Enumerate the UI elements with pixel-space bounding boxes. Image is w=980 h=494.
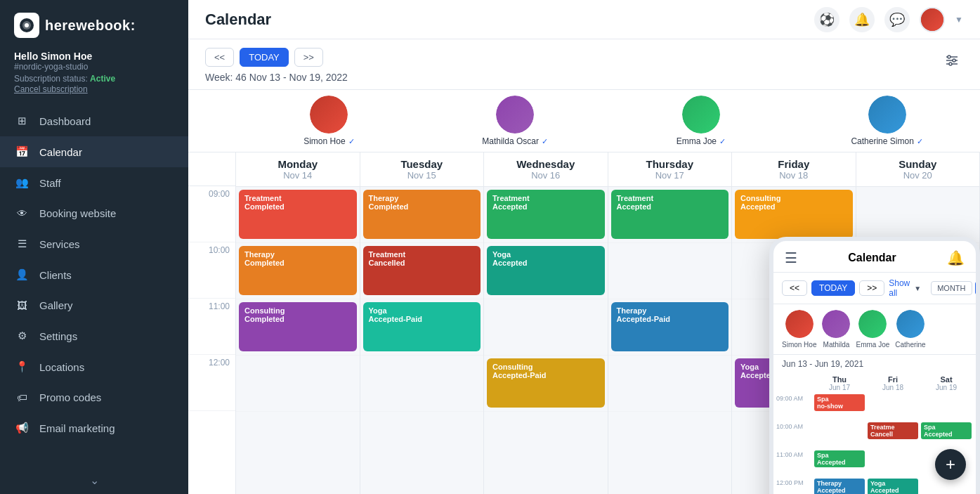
today-btn[interactable]: TODAY <box>240 48 289 67</box>
mob-week-btn[interactable]: WEEK <box>975 281 980 295</box>
mob-staff-name-emma: Emma Joe <box>856 341 889 349</box>
logo-icon <box>14 13 39 38</box>
cancel-subscription-link[interactable]: Cancel subscription <box>14 84 174 94</box>
mob-ev-fri-10: TreatmeCancell <box>866 422 920 450</box>
messages-btn[interactable]: 💬 <box>884 7 910 32</box>
sidebar-item-label-booking: Booking website <box>39 207 116 219</box>
sidebar-user: Hello Simon Hoe #nordic-yoga-studio Subs… <box>0 45 188 105</box>
event-treatment-cancelled-tue[interactable]: TreatmentCancelled <box>363 246 481 295</box>
notification-bell-btn[interactable]: 🔔 <box>849 7 875 32</box>
svg-point-7 <box>953 59 955 62</box>
mob-staff-avatar-mathilda <box>822 310 850 338</box>
day-header-thursday: Thursday Nov 17 <box>608 152 732 187</box>
mob-event-spa-accepted-10[interactable]: SpaAccepted <box>921 422 972 439</box>
calendar-area: 09:00 10:00 11:00 12:00 Monday Nov 14 Tr… <box>188 152 980 494</box>
mob-ev-sat-10: SpaAccepted <box>920 422 973 450</box>
sidebar-item-promo[interactable]: 🏷Promo codes <box>0 382 188 412</box>
mob-title: Calendar <box>848 252 896 264</box>
mob-menu-icon[interactable]: ☰ <box>785 249 797 266</box>
event-treatment-accepted-wed[interactable]: TreatmentAccepted <box>487 190 605 239</box>
svg-point-8 <box>949 63 952 65</box>
sidebar-item-clients[interactable]: 👤Clients <box>0 259 188 290</box>
staff-name-simon: Simon Hoe ✓ <box>303 136 354 146</box>
mob-month-btn[interactable]: MONTH <box>931 281 972 295</box>
next-week-btn[interactable]: >> <box>294 48 323 67</box>
mob-day-headers: Thu Jun 17 Fri Jun 18 Sat Jun 19 <box>776 373 973 394</box>
mob-day-fri: Fri Jun 18 <box>866 373 920 394</box>
prev-week-btn[interactable]: << <box>205 48 234 67</box>
week-label: Week: 46 Nov 13 - Nov 19, 2022 <box>205 72 348 83</box>
mob-staff-mathilda: Mathilda <box>822 310 850 349</box>
calendar-icon: 📅 <box>14 145 30 158</box>
event-treatment-completed-mon[interactable]: TreatmentCompleted <box>239 190 357 239</box>
mob-time-12: 12:00 PM <box>776 478 813 494</box>
sidebar-item-label-services: Services <box>39 238 80 250</box>
day-date-thursday: Nov 17 <box>611 170 729 181</box>
event-consulting-accepted-paid-wed[interactable]: ConsultingAccepted-Paid <box>487 358 605 408</box>
mob-bell-icon[interactable]: 🔔 <box>947 249 965 266</box>
calendar-nav: << TODAY >> <box>205 48 963 67</box>
slot-thu-09: TreatmentAccepted <box>608 187 732 243</box>
slot-mon-12 <box>236 356 360 412</box>
sidebar-item-gallery[interactable]: 🖼Gallery <box>0 290 188 320</box>
mob-day-thu: Thu Jun 17 <box>813 373 866 394</box>
soccer-icon-btn[interactable]: ⚽ <box>814 7 839 32</box>
mob-show-all[interactable]: Show all <box>889 278 910 298</box>
sidebar-item-staff[interactable]: 👥Staff <box>0 167 188 198</box>
event-treatment-accepted-thu[interactable]: TreatmentAccepted <box>611 190 729 239</box>
staff-name-mathilda: Mathilda Oscar ✓ <box>482 136 548 146</box>
mob-show-all-arrow[interactable]: ▼ <box>914 285 921 292</box>
event-therapy-completed-tue[interactable]: TherapyCompleted <box>363 190 481 239</box>
promo-icon: 🏷 <box>14 391 30 403</box>
mob-row-12: 12:00 PM TherapyAccepted YogaAccepted <box>776 478 973 494</box>
mob-ev-fri-09 <box>866 394 920 422</box>
mob-event-treatment-cancelled[interactable]: TreatmeCancell <box>868 422 918 439</box>
mob-event-spa-accepted-11[interactable]: SpaAccepted <box>814 450 865 467</box>
staff-mathilda: Mathilda Oscar ✓ <box>422 96 608 152</box>
event-consulting-completed-mon[interactable]: ConsultingCompleted <box>239 302 357 351</box>
sidebar-item-locations[interactable]: 📍Locations <box>0 351 188 382</box>
slot-thu-10 <box>608 243 732 299</box>
mob-ev-sat-12 <box>920 478 973 494</box>
mob-next-btn[interactable]: >> <box>859 280 884 296</box>
sidebar-nav: ⊞Dashboard📅Calendar👥Staff👁Booking websit… <box>0 105 188 467</box>
event-therapy-completed-mon[interactable]: TherapyCompleted <box>239 246 357 295</box>
sidebar-item-services[interactable]: ☰Services <box>0 228 188 259</box>
slot-mon-11: ConsultingCompleted <box>236 299 360 356</box>
sidebar-item-settings[interactable]: ⚙Settings <box>0 320 188 351</box>
slot-mon-09: TreatmentCompleted <box>236 187 360 243</box>
sidebar-item-calendar[interactable]: 📅Calendar <box>0 136 188 167</box>
sidebar-item-dashboard[interactable]: ⊞Dashboard <box>0 105 188 136</box>
sidebar-expand-btn[interactable]: ⌄ <box>0 467 188 494</box>
mob-staff-avatar-simon <box>785 310 814 338</box>
mob-staff-row: Simon Hoe Mathilda Emma Joe <box>773 304 976 355</box>
event-yoga-accepted-paid-tue[interactable]: YogaAccepted-Paid <box>363 302 481 351</box>
event-yoga-accepted-wed[interactable]: YogaAccepted <box>487 246 605 295</box>
mob-event-spa-noshow[interactable]: Spano-show <box>814 394 865 411</box>
mob-staff-catherine: Catherine <box>895 310 925 349</box>
settings-icon: ⚙ <box>14 330 30 342</box>
mob-day-sat: Sat Jun 19 <box>920 373 973 394</box>
mob-staff-simon: Simon Hoe <box>782 310 816 349</box>
slot-tue-12 <box>360 356 484 412</box>
mob-prev-btn[interactable]: << <box>782 280 807 296</box>
day-header-friday: Friday Nov 18 <box>732 152 856 187</box>
event-therapy-accepted-paid-thu[interactable]: TherapyAccepted-Paid <box>611 302 729 351</box>
mob-today-btn[interactable]: TODAY <box>811 280 855 296</box>
event-consulting-accepted-fri[interactable]: ConsultingAccepted <box>735 190 853 239</box>
filter-icon-btn[interactable] <box>941 49 963 72</box>
day-date-monday: Nov 14 <box>239 170 357 181</box>
time-12: 12:00 <box>188 355 235 411</box>
mob-event-yoga-accepted[interactable]: YogaAccepted <box>868 479 918 494</box>
day-date-sunday: Nov 20 <box>859 170 977 181</box>
add-event-fab[interactable]: + <box>935 449 966 480</box>
sidebar-item-email[interactable]: 📢Email marketing <box>0 412 188 443</box>
logo-text: herewebook: <box>45 18 136 34</box>
day-name-monday: Monday <box>239 158 357 170</box>
mob-event-therapy-accepted[interactable]: TherapyAccepted <box>814 479 865 494</box>
dashboard-icon: ⊞ <box>14 115 30 127</box>
email-icon: 📢 <box>14 422 30 434</box>
sidebar-item-booking[interactable]: 👁Booking website <box>0 198 188 228</box>
day-col-monday: Monday Nov 14 TreatmentCompleted Therapy… <box>236 152 360 494</box>
user-avatar-btn[interactable] <box>920 7 945 32</box>
